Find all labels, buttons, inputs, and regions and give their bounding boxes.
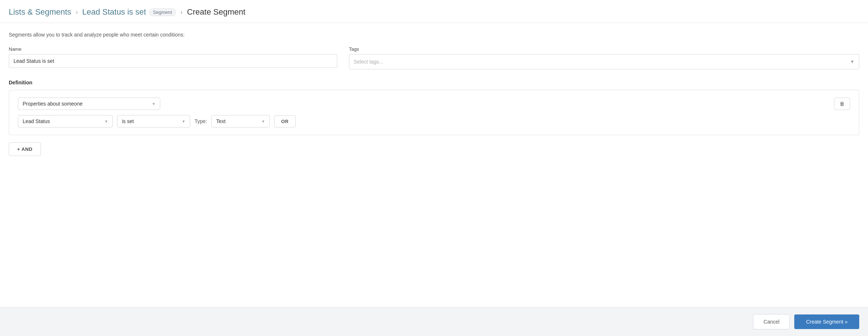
definition-section: Definition Properties about someone ▼ 🗑 …: [9, 80, 859, 156]
breadcrumb-separator-2: ›: [180, 8, 183, 16]
name-label: Name: [9, 46, 337, 52]
tags-placeholder: Select tags...: [354, 59, 383, 65]
delete-condition-button[interactable]: 🗑: [834, 98, 850, 110]
footer: Cancel Create Segment »: [0, 307, 868, 336]
page-description: Segments allow you to track and analyze …: [9, 32, 859, 38]
type-prefix: Type:: [195, 118, 207, 124]
is-set-label: is set: [122, 118, 134, 124]
tags-dropdown-arrow: ▼: [850, 59, 854, 64]
properties-dropdown-arrow: ▼: [152, 102, 155, 106]
or-button[interactable]: OR: [274, 115, 295, 127]
breadcrumb: Lists & Segments › Lead Status is set Se…: [0, 0, 868, 23]
condition-row-1: Properties about someone ▼ 🗑: [18, 98, 850, 110]
create-segment-button[interactable]: Create Segment »: [794, 314, 859, 329]
type-dropdown-arrow: ▼: [261, 119, 265, 123]
definition-box: Properties about someone ▼ 🗑 Lead Status…: [9, 90, 859, 135]
is-set-select[interactable]: is set ▼: [117, 115, 190, 127]
breadcrumb-lead-status: Lead Status is set: [82, 7, 146, 17]
is-set-dropdown-arrow: ▼: [182, 119, 185, 123]
lead-status-dropdown-arrow: ▼: [104, 119, 108, 123]
name-tags-row: Name Tags Select tags... ▼: [9, 46, 859, 69]
properties-select-label: Properties about someone: [23, 101, 82, 107]
breadcrumb-current: Create Segment: [187, 7, 245, 17]
name-form-group: Name: [9, 46, 337, 68]
breadcrumb-lists-link[interactable]: Lists & Segments: [9, 7, 71, 17]
breadcrumb-badge: Segment: [149, 8, 176, 16]
tags-select[interactable]: Select tags... ▼: [349, 54, 859, 69]
properties-select[interactable]: Properties about someone ▼: [18, 98, 160, 110]
tags-label: Tags: [349, 46, 859, 52]
content-area: Segments allow you to track and analyze …: [0, 23, 868, 156]
type-value-label: Text: [216, 118, 226, 124]
lead-status-select[interactable]: Lead Status ▼: [18, 115, 113, 127]
trash-icon: 🗑: [840, 101, 845, 107]
type-select[interactable]: Text ▼: [211, 115, 270, 127]
breadcrumb-separator-1: ›: [76, 8, 78, 16]
name-input[interactable]: [9, 54, 337, 68]
condition-row-2: Lead Status ▼ is set ▼ Type: Text ▼ OR: [18, 115, 850, 127]
and-button[interactable]: + AND: [9, 142, 41, 156]
tags-form-group: Tags Select tags... ▼: [349, 46, 859, 69]
definition-label: Definition: [9, 80, 859, 85]
lead-status-label: Lead Status: [23, 118, 50, 124]
cancel-button[interactable]: Cancel: [753, 314, 790, 329]
page-wrapper: Lists & Segments › Lead Status is set Se…: [0, 0, 868, 156]
